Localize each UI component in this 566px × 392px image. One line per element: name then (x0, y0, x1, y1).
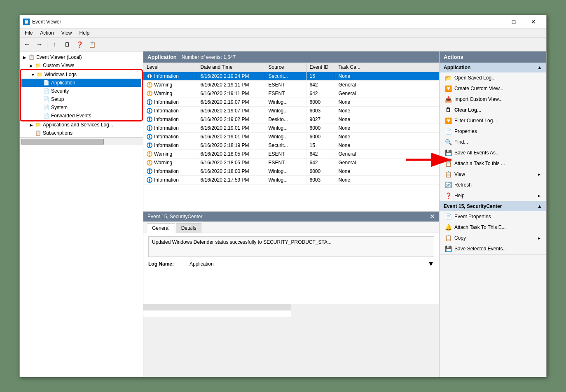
col-task[interactable]: Task Ca... (335, 63, 439, 72)
sidebar-item-application[interactable]: 📄 Application (21, 79, 141, 87)
action-label: Copy (454, 235, 466, 241)
menu-view[interactable]: View (58, 29, 75, 37)
log-header: Application Number of events: 1,647 (143, 51, 439, 63)
actions-item[interactable]: 📥 Import Custom View... (440, 94, 546, 105)
table-row[interactable]: !Warning 6/16/2020 2:18:05 PM ESENT 642 … (143, 159, 439, 167)
sidebar-item-security[interactable]: 📄 Security (21, 87, 141, 95)
actions-item[interactable]: 🗒 Clear Log... (440, 105, 546, 115)
table-row[interactable]: iInformation 6/16/2020 2:17:59 PM Winlog… (143, 176, 439, 184)
sidebar-item-setup[interactable]: 📄 Setup (21, 95, 141, 103)
actions-section-application-header[interactable]: Application ▲ (440, 63, 546, 72)
actions-item[interactable]: 📄 Event Properties (440, 211, 546, 222)
table-row[interactable]: !Warning 6/16/2020 2:19:11 PM ESENT 642 … (143, 81, 439, 89)
maximize-button[interactable]: □ (504, 15, 523, 28)
table-row[interactable]: iInformation 6/16/2020 2:18:00 PM Winlog… (143, 167, 439, 176)
actions-item[interactable]: 💾 Save Selected Events... (440, 243, 546, 254)
table-row[interactable]: iInformation 6/16/2020 2:19:07 PM Winlog… (143, 98, 439, 107)
col-source[interactable]: Source (265, 63, 306, 72)
info-icon: i (147, 134, 152, 140)
expand-apps-services[interactable]: ▶ (28, 123, 35, 127)
actions-item[interactable]: 📋 Copy ► (440, 233, 546, 243)
info-icon: i (147, 168, 152, 174)
minimize-button[interactable]: − (484, 15, 503, 28)
level-cell: iInformation (147, 168, 194, 174)
sidebar-item-subscriptions[interactable]: 📋 Subscriptions (20, 129, 143, 137)
horizontal-scrollbar[interactable] (143, 304, 439, 310)
detail-dropdown-icon[interactable]: ▼ (428, 260, 434, 268)
toolbar-back[interactable]: ← (21, 39, 33, 50)
table-row[interactable]: !Warning 6/16/2020 2:19:11 PM ESENT 642 … (143, 89, 439, 98)
action-icon: 💾 (444, 149, 452, 156)
events-table[interactable]: Level Date and Time Source Event ID Task… (143, 63, 439, 211)
table-row[interactable]: iInformation 6/16/2020 2:18:19 PM Securi… (143, 141, 439, 150)
table-row[interactable]: iInformation 6/16/2020 2:19:24 PM Securi… (143, 72, 439, 81)
sidebar-item-windows-logs[interactable]: ▼ 📁 Windows Logs (21, 70, 141, 79)
sidebar-item-system[interactable]: 📄 System (21, 103, 141, 112)
table-row[interactable]: !Warning 6/16/2020 2:18:05 PM ESENT 642 … (143, 150, 439, 159)
actions-item[interactable]: 💾 Save All Events As... (440, 147, 546, 158)
actions-section-application: Application ▲ 📂 Open Saved Log... 🔽 Crea… (440, 63, 546, 201)
sidebar-item-event-viewer-local[interactable]: ▶ 📋 Event Viewer (Local) (20, 53, 143, 61)
menu-bar: File Action View Help (20, 28, 546, 37)
table-row[interactable]: iInformation 6/16/2020 2:19:07 PM Winlog… (143, 107, 439, 115)
expand-windows-logs[interactable]: ▼ (30, 72, 36, 77)
toolbar-forward[interactable]: → (34, 39, 45, 50)
actions-item[interactable]: 🔄 Refresh (440, 180, 546, 190)
toolbar-up[interactable]: ↑ (49, 39, 61, 50)
actions-item[interactable]: 🔽 Create Custom View... (440, 83, 546, 94)
action-label: Clear Log... (454, 107, 481, 113)
forwarded-events-icon: 📄 (43, 112, 49, 119)
table-row[interactable]: iInformation 6/16/2020 2:19:01 PM Winlog… (143, 124, 439, 133)
expand-custom-views[interactable]: ▶ (28, 63, 35, 68)
toolbar-help[interactable]: ❓ (74, 39, 85, 50)
sidebar-label-subscriptions: Subscriptions (43, 130, 73, 136)
actions-item[interactable]: ❓ Help ► (440, 190, 546, 201)
level-cell: iInformation (147, 177, 194, 183)
menu-help[interactable]: Help (76, 29, 93, 37)
sidebar-label-forwarded-events: Forwarded Events (51, 113, 91, 119)
toolbar: ← → ↑ 🗒 ❓ 📋 (20, 37, 546, 51)
tab-details[interactable]: Details (176, 223, 202, 233)
info-icon: i (147, 108, 152, 114)
actions-item[interactable]: 📋 Attach a Task To this ... (440, 158, 546, 169)
actions-header: Actions (440, 51, 546, 63)
submenu-arrow-icon: ► (537, 194, 541, 198)
sidebar-item-forwarded-events[interactable]: 📄 Forwarded Events (21, 112, 141, 120)
actions-item[interactable]: 📂 Open Saved Log... (440, 72, 546, 83)
close-button[interactable]: ✕ (524, 15, 543, 28)
actions-item[interactable]: 🔽 Filter Current Log... (440, 115, 546, 126)
sidebar-scroll-thumb[interactable] (21, 139, 104, 145)
window-title: Event Viewer (32, 19, 61, 25)
sidebar-label-system: System (51, 105, 68, 110)
actions-item[interactable]: 📋 View ► (440, 169, 546, 180)
close-detail-button[interactable]: ✕ (430, 213, 435, 220)
col-level[interactable]: Level (143, 63, 197, 72)
tab-general[interactable]: General (147, 223, 175, 233)
toolbar-view[interactable]: 🗒 (61, 39, 73, 50)
sidebar-label-security: Security (51, 88, 69, 94)
actions-section-event-header[interactable]: Event 15, SecurityCenter ▲ (440, 201, 546, 211)
actions-item[interactable]: 📄 Properties (440, 126, 546, 137)
col-datetime[interactable]: Date and Time (197, 63, 265, 72)
actions-items-2: 📄 Event Properties 🔔 Attach Task To This… (440, 211, 546, 254)
toolbar-extra[interactable]: 📋 (86, 39, 98, 50)
title-bar-left: 📋 Event Viewer (23, 19, 61, 25)
log-name-label: Log Name: (148, 261, 189, 267)
table-row[interactable]: iInformation 6/16/2020 2:19:01 PM Winlog… (143, 133, 439, 141)
actions-section2-collapse-icon: ▲ (537, 203, 542, 209)
menu-action[interactable]: Action (37, 29, 57, 37)
sidebar-item-apps-services[interactable]: ▶ 📁 Applications and Services Log... (20, 121, 143, 129)
table-row[interactable]: iInformation 6/16/2020 2:19:02 PM Deskto… (143, 115, 439, 124)
actions-section-event: Event 15, SecurityCenter ▲ 📄 Event Prope… (440, 201, 546, 254)
sidebar-item-custom-views[interactable]: ▶ 📁 Custom Views (20, 61, 143, 70)
col-eventid[interactable]: Event ID (306, 63, 335, 72)
menu-file[interactable]: File (21, 29, 36, 37)
sidebar-scrollbar-bottom[interactable] (20, 137, 143, 145)
actions-item[interactable]: 🔔 Attach Task To This E... (440, 222, 546, 233)
expand-event-viewer[interactable]: ▶ (21, 55, 28, 60)
action-label: Event Properties (454, 214, 491, 219)
level-cell: !Warning (147, 82, 194, 88)
submenu-arrow-icon: ► (537, 236, 541, 240)
main-content: ▶ 📋 Event Viewer (Local) ▶ 📁 Custom View… (20, 51, 546, 377)
actions-item[interactable]: 🔍 Find... (440, 137, 546, 147)
